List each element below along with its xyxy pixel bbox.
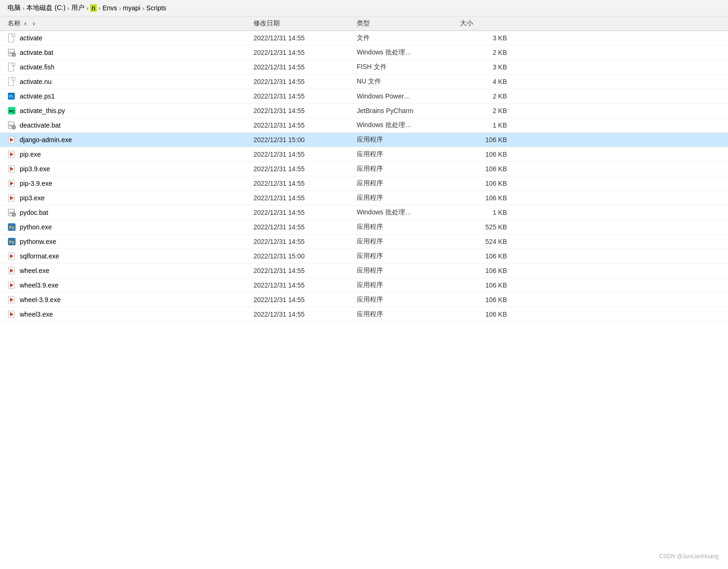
file-name: pythonw.exe: [20, 238, 56, 245]
col-name-header[interactable]: 名称 ∧ ∨: [0, 19, 253, 28]
table-row[interactable]: BAT ⚙ activate.bat 2022/12/31 14:55 Wind…: [0, 46, 728, 60]
sep-4: ›: [119, 5, 121, 12]
file-date: 2022/12/31 14:55: [253, 121, 357, 129]
table-row[interactable]: activate.nu 2022/12/31 14:55 NU 文件 4 KB: [0, 75, 728, 89]
table-row[interactable]: BAT ⚙ deactivate.bat 2022/12/31 14:55 Wi…: [0, 118, 728, 133]
table-row[interactable]: Py python.exe 2022/12/31 14:55 应用程序 525 …: [0, 220, 728, 235]
file-type: NU 文件: [357, 77, 460, 86]
file-explorer: 名称 ∧ ∨ 修改日期 类型 大小 activate 2022/12/31 14…: [0, 16, 728, 322]
table-row[interactable]: pip3.exe 2022/12/31 14:55 应用程序 106 KB: [0, 191, 728, 205]
file-type: 应用程序: [357, 150, 460, 159]
sep-1: ›: [68, 5, 69, 12]
file-icon-ps1: PS: [8, 91, 16, 101]
file-date: 2022/12/31 14:55: [253, 165, 357, 173]
file-icon-exe: [8, 150, 16, 159]
breadcrumb-user[interactable]: n: [90, 4, 97, 12]
file-size: 106 KB: [460, 281, 516, 289]
col-size-header[interactable]: 大小: [460, 19, 516, 28]
file-type: 应用程序: [357, 194, 460, 202]
breadcrumb-users[interactable]: 用户: [71, 4, 84, 12]
file-date: 2022/12/31 14:55: [253, 34, 357, 42]
file-type: JetBrains PyCharm: [357, 107, 460, 114]
table-row[interactable]: BAT ⚙ pydoc.bat 2022/12/31 14:55 Windows…: [0, 205, 728, 220]
file-icon-blank: [8, 33, 16, 43]
file-icon-bat: BAT ⚙: [8, 208, 16, 217]
file-name-cell: wheel.exe: [0, 266, 253, 275]
file-size: 3 KB: [460, 34, 516, 42]
file-date: 2022/12/31 14:55: [253, 49, 357, 56]
file-icon-pycharm: PC: [8, 106, 16, 115]
table-row[interactable]: activate 2022/12/31 14:55 文件 3 KB: [0, 31, 728, 46]
file-type: Windows 批处理…: [357, 208, 460, 217]
table-row[interactable]: wheel3.exe 2022/12/31 14:55 应用程序 106 KB: [0, 307, 728, 322]
table-row[interactable]: activate.fish 2022/12/31 14:55 FISH 文件 3…: [0, 60, 728, 75]
file-size: 3 KB: [460, 63, 516, 71]
watermark: CSDN @JunLianHuang: [659, 553, 719, 560]
file-size: 2 KB: [460, 92, 516, 100]
table-row[interactable]: PS activate.ps1 2022/12/31 14:55 Windows…: [0, 89, 728, 104]
file-size: 106 KB: [460, 194, 516, 202]
breadcrumb-envs[interactable]: Envs: [102, 4, 117, 12]
file-name: pip3.9.exe: [20, 165, 50, 173]
file-date: 2022/12/31 14:55: [253, 223, 357, 231]
file-date: 2022/12/31 15:00: [253, 252, 357, 260]
sep-5: ›: [142, 5, 144, 12]
file-name: sqlformat.exe: [20, 252, 59, 260]
file-name-cell: Py pythonw.exe: [0, 237, 253, 246]
file-name-cell: PS activate.ps1: [0, 91, 253, 101]
file-date: 2022/12/31 14:55: [253, 151, 357, 158]
file-icon-blank: [8, 62, 16, 72]
table-row[interactable]: PC activate_this.py 2022/12/31 14:55 Jet…: [0, 104, 728, 118]
table-row[interactable]: wheel3.9.exe 2022/12/31 14:55 应用程序 106 K…: [0, 278, 728, 293]
file-icon-python: Py: [8, 237, 16, 246]
file-icon-python: Py: [8, 222, 16, 232]
table-row[interactable]: sqlformat.exe 2022/12/31 15:00 应用程序 106 …: [0, 249, 728, 264]
col-type-header[interactable]: 类型: [357, 19, 460, 28]
file-icon-blank: [8, 77, 16, 86]
file-size: 2 KB: [460, 107, 516, 114]
table-row[interactable]: wheel-3.9.exe 2022/12/31 14:55 应用程序 106 …: [0, 293, 728, 307]
svg-text:Py: Py: [9, 225, 15, 230]
file-name-cell: Py python.exe: [0, 222, 253, 232]
file-icon-exe: [8, 295, 16, 304]
file-name-cell: wheel-3.9.exe: [0, 295, 253, 304]
file-size: 4 KB: [460, 78, 516, 85]
file-name: wheel3.exe: [20, 311, 53, 318]
table-row[interactable]: Py pythonw.exe 2022/12/31 14:55 应用程序 524…: [0, 235, 728, 249]
file-list: activate 2022/12/31 14:55 文件 3 KB BAT ⚙ …: [0, 31, 728, 322]
file-size: 524 KB: [460, 238, 516, 245]
file-name-cell: BAT ⚙ pydoc.bat: [0, 208, 253, 217]
breadcrumb-myapi[interactable]: myapi: [123, 4, 140, 12]
table-row[interactable]: pip.exe 2022/12/31 14:55 应用程序 106 KB: [0, 147, 728, 162]
table-row[interactable]: pip3.9.exe 2022/12/31 14:55 应用程序 106 KB: [0, 162, 728, 176]
file-date: 2022/12/31 14:55: [253, 63, 357, 71]
svg-rect-7: [12, 63, 15, 66]
table-row[interactable]: django-admin.exe 2022/12/31 15:00 应用程序 1…: [0, 133, 728, 147]
file-name-cell: activate.fish: [0, 62, 253, 72]
file-name-cell: wheel3.exe: [0, 310, 253, 319]
file-type: Windows 批处理…: [357, 48, 460, 57]
column-headers: 名称 ∧ ∨ 修改日期 类型 大小: [0, 16, 728, 31]
file-type: 应用程序: [357, 223, 460, 231]
file-date: 2022/12/31 14:55: [253, 92, 357, 100]
sep-0: ›: [23, 5, 24, 12]
file-name-cell: pip-3.9.exe: [0, 179, 253, 188]
col-date-header[interactable]: 修改日期: [253, 19, 357, 28]
file-date: 2022/12/31 14:55: [253, 311, 357, 318]
breadcrumb-drive[interactable]: 本地磁盘 (C:): [26, 4, 65, 12]
file-date: 2022/12/31 14:55: [253, 78, 357, 85]
breadcrumb-scripts[interactable]: Scripts: [146, 4, 167, 12]
file-type: 应用程序: [357, 136, 460, 144]
breadcrumb-computer[interactable]: 电脑: [8, 4, 21, 12]
table-row[interactable]: wheel.exe 2022/12/31 14:55 应用程序 106 KB: [0, 264, 728, 278]
file-icon-exe: [8, 179, 16, 188]
file-size: 525 KB: [460, 223, 516, 231]
table-row[interactable]: pip-3.9.exe 2022/12/31 14:55 应用程序 106 KB: [0, 176, 728, 191]
svg-rect-1: [12, 34, 15, 37]
file-name: deactivate.bat: [20, 121, 61, 129]
file-type: Windows Power…: [357, 92, 460, 100]
file-date: 2022/12/31 14:55: [253, 267, 357, 274]
file-date: 2022/12/31 14:55: [253, 238, 357, 245]
file-size: 106 KB: [460, 296, 516, 303]
file-type: 应用程序: [357, 281, 460, 289]
